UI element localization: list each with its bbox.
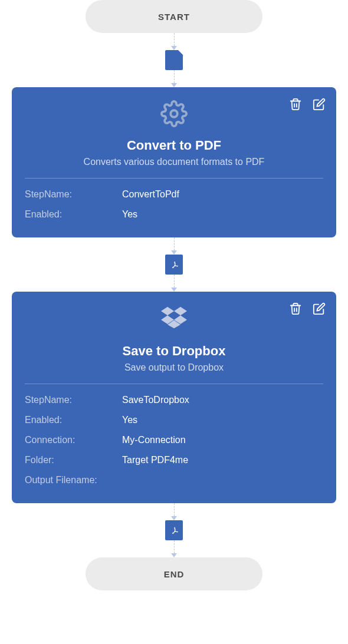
connector <box>171 33 177 50</box>
card-subtitle: Converts various document formats to PDF <box>25 157 323 167</box>
start-node: START <box>86 0 262 33</box>
row-label: Folder: <box>25 455 122 465</box>
pdf-badge <box>165 520 183 540</box>
pdf-icon <box>169 525 179 536</box>
edit-button[interactable] <box>311 97 327 112</box>
card-row: Folder: Target PDF4me <box>25 455 323 465</box>
svg-point-3 <box>170 110 178 117</box>
end-label: END <box>164 569 185 579</box>
svg-rect-0 <box>171 56 178 64</box>
card-subtitle: Save output to Dropbox <box>25 362 323 373</box>
row-label: Enabled: <box>25 209 122 220</box>
row-value: Target PDF4me <box>122 455 188 465</box>
connector <box>171 275 177 292</box>
connector <box>171 540 177 557</box>
edit-icon <box>313 302 326 315</box>
delete-button[interactable] <box>288 301 303 316</box>
row-label: StepName: <box>25 395 122 405</box>
row-value: ConvertToPdf <box>122 189 179 200</box>
card-row: Connection: My-Connection <box>25 435 323 445</box>
edit-icon <box>313 98 326 111</box>
row-value: Yes <box>122 415 137 425</box>
row-value: My-Connection <box>122 435 186 445</box>
delete-button[interactable] <box>288 97 303 112</box>
row-value: Yes <box>122 209 137 220</box>
gear-icon <box>160 100 188 127</box>
trash-icon <box>289 98 302 111</box>
save-to-dropbox-card[interactable]: Save to Dropbox Save output to Dropbox S… <box>12 292 336 503</box>
card-row: StepName: SaveToDropbox <box>25 395 323 405</box>
row-label: Connection: <box>25 435 122 445</box>
pdf-icon <box>169 259 179 270</box>
card-row: Enabled: Yes <box>25 209 323 220</box>
row-label: Enabled: <box>25 415 122 425</box>
pdf-badge <box>165 255 183 275</box>
row-label: Output Filename: <box>25 475 122 486</box>
connector <box>171 503 177 520</box>
connector <box>171 70 177 87</box>
convert-to-pdf-card[interactable]: Convert to PDF Converts various document… <box>12 87 336 237</box>
end-node: END <box>86 557 262 590</box>
card-row: Enabled: Yes <box>25 415 323 425</box>
connector <box>171 237 177 255</box>
edit-button[interactable] <box>311 301 327 316</box>
card-title: Save to Dropbox <box>25 344 323 359</box>
document-icon <box>169 55 179 65</box>
card-row: Output Filename: <box>25 475 323 486</box>
start-label: START <box>158 12 190 22</box>
card-row: StepName: ConvertToPdf <box>25 189 323 200</box>
dropbox-icon <box>161 305 187 331</box>
document-badge <box>165 50 183 70</box>
card-title: Convert to PDF <box>25 138 323 153</box>
trash-icon <box>289 302 302 315</box>
row-label: StepName: <box>25 189 122 200</box>
row-value: SaveToDropbox <box>122 395 189 405</box>
